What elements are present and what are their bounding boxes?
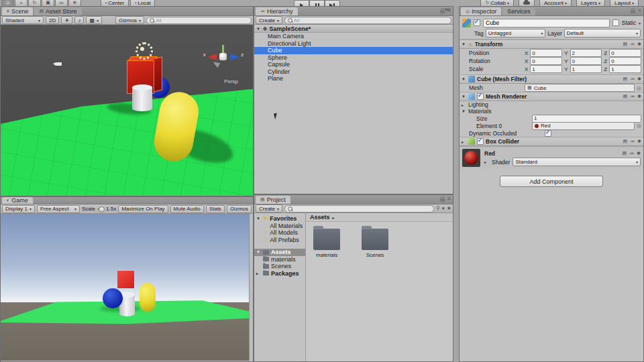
reference-icon[interactable]: ▤ bbox=[623, 42, 628, 47]
scale-slider-knob[interactable] bbox=[99, 206, 105, 213]
gameobject-icon[interactable] bbox=[462, 19, 471, 27]
gear-icon[interactable]: ✱ bbox=[637, 139, 641, 144]
presets-icon[interactable]: ≔ bbox=[630, 76, 635, 82]
reference-icon[interactable]: ▤ bbox=[623, 139, 628, 144]
scene-search-input[interactable]: All bbox=[146, 17, 252, 24]
hierarchy-item-capsule[interactable]: Capsule bbox=[254, 61, 453, 68]
breadcrumb[interactable]: Assets▸ bbox=[306, 213, 453, 222]
lighting-toggle-button[interactable]: ☀ bbox=[61, 16, 72, 24]
scene-menu-icon[interactable]: ▾≡ bbox=[445, 7, 451, 13]
mesh-renderer-header[interactable]: ▼ Mesh Renderer ▤≔✱ bbox=[460, 92, 643, 101]
materials-size-field[interactable] bbox=[532, 115, 641, 123]
panel-menu-icon[interactable]: ≡ bbox=[447, 196, 451, 202]
scale-x-field[interactable] bbox=[530, 65, 562, 73]
favorite-all-materials[interactable]: ☆All Materials bbox=[254, 223, 305, 230]
dynamic-occluded-checkbox[interactable] bbox=[545, 130, 551, 137]
display-dropdown[interactable]: Display 1▾ bbox=[2, 205, 35, 213]
audio-toggle-button[interactable]: ♪ bbox=[74, 16, 84, 24]
presets-icon[interactable]: ≔ bbox=[630, 42, 635, 47]
orientation-gizmo[interactable]: x z bbox=[206, 44, 241, 73]
tab-asset-store[interactable]: ▤Asset Store bbox=[34, 7, 81, 15]
scene-root-row[interactable]: ▼ ◈ SampleScene* ▾≡ bbox=[254, 25, 453, 33]
game-gizmos-button[interactable]: Gizmos bbox=[227, 205, 252, 213]
layer-dropdown[interactable]: Default▾ bbox=[564, 29, 641, 38]
aspect-dropdown[interactable]: Free Aspect▾ bbox=[37, 205, 80, 213]
reference-icon[interactable]: ▤ bbox=[623, 94, 628, 99]
box-collider-header[interactable]: ▸ Box Collider ▤≔✱ bbox=[460, 137, 643, 146]
static-checkbox[interactable] bbox=[612, 19, 619, 26]
stats-button[interactable]: Stats bbox=[206, 205, 225, 213]
mesh-filter-header[interactable]: ▼ Cube (Mesh Filter) ▤≔✱ bbox=[460, 74, 643, 84]
lighting-foldout[interactable]: ▸Lighting bbox=[460, 101, 643, 108]
packages-root[interactable]: ▸Packages bbox=[254, 270, 305, 278]
presets-icon[interactable]: ≔ bbox=[630, 139, 635, 144]
foldout-icon[interactable]: ▼ bbox=[462, 77, 466, 81]
gear-icon[interactable]: ✱ bbox=[637, 76, 641, 82]
hierarchy-item-main-camera[interactable]: Main Camera bbox=[254, 33, 453, 40]
gizmos-dropdown[interactable]: Gizmos▾ bbox=[115, 16, 144, 24]
tree-folder-scenes[interactable]: Scenes bbox=[254, 263, 305, 270]
search-save-icon[interactable]: ★ bbox=[447, 206, 451, 211]
search-by-type-icon[interactable]: ⚲ bbox=[436, 206, 440, 211]
foldout-icon[interactable]: ▼ bbox=[256, 27, 261, 31]
hierarchy-item-cube[interactable]: Cube bbox=[254, 47, 453, 54]
material-preview-sphere[interactable] bbox=[462, 149, 480, 167]
asset-folder-scenes[interactable]: Scenes bbox=[360, 229, 390, 258]
effects-dropdown[interactable]: ▦▾ bbox=[86, 16, 102, 24]
projection-mode-label[interactable]: ◂ Persp bbox=[221, 78, 238, 84]
gear-icon[interactable]: ✱ bbox=[637, 94, 641, 99]
foldout-icon[interactable]: ▸ bbox=[256, 271, 261, 276]
add-component-button[interactable]: Add Component bbox=[500, 176, 603, 187]
scene-viewport[interactable]: x z ◂ Persp bbox=[1, 25, 253, 196]
draw-mode-dropdown[interactable]: Shaded▾ bbox=[2, 16, 44, 24]
tab-project[interactable]: ▤Project bbox=[256, 196, 290, 204]
mesh-object-field[interactable]: ▦Cube bbox=[525, 84, 635, 92]
tab-hierarchy[interactable]: ≔Hierarchy bbox=[256, 7, 298, 15]
foldout-icon[interactable]: ▼ bbox=[462, 42, 466, 46]
reference-icon[interactable]: ▤ bbox=[623, 151, 627, 156]
object-picker-icon[interactable]: ◎ bbox=[637, 123, 641, 129]
gameobject-name-input[interactable] bbox=[483, 19, 610, 27]
tab-scene[interactable]: #Scene bbox=[2, 7, 33, 15]
rotation-z-field[interactable] bbox=[609, 57, 641, 65]
reference-icon[interactable]: ▤ bbox=[623, 76, 628, 82]
x-axis-cone[interactable] bbox=[207, 54, 217, 60]
position-y-field[interactable] bbox=[570, 49, 602, 57]
project-search-input[interactable] bbox=[284, 205, 434, 213]
search-by-label-icon[interactable]: ♦ bbox=[442, 206, 445, 211]
2d-toggle-button[interactable]: 2D bbox=[46, 16, 59, 24]
hierarchy-search-input[interactable]: All bbox=[284, 17, 451, 24]
object-picker-icon[interactable]: ◎ bbox=[637, 85, 641, 91]
lock-icon[interactable] bbox=[631, 10, 635, 13]
presets-icon[interactable]: ≔ bbox=[629, 151, 634, 156]
favorite-all-models[interactable]: ☆All Models bbox=[254, 229, 305, 237]
tag-dropdown[interactable]: Untagged▾ bbox=[486, 29, 546, 38]
hierarchy-item-sphere[interactable]: Sphere bbox=[254, 54, 453, 62]
tab-inspector[interactable]: ◎Inspector bbox=[461, 7, 501, 15]
asset-folder-materials[interactable]: materials bbox=[311, 229, 342, 258]
static-dropdown-icon[interactable]: ▾ bbox=[639, 21, 641, 25]
rotation-y-field[interactable] bbox=[570, 57, 602, 65]
foldout-icon[interactable]: ▼ bbox=[462, 95, 466, 99]
gear-icon[interactable]: ✱ bbox=[637, 151, 641, 156]
maximize-on-play-button[interactable]: Maximize On Play bbox=[118, 205, 168, 213]
foldout-icon[interactable]: ▼ bbox=[256, 250, 261, 254]
cylinder-object[interactable] bbox=[132, 87, 152, 111]
tab-game[interactable]: ◐Game bbox=[2, 197, 33, 204]
scale-slider[interactable] bbox=[97, 208, 104, 210]
panel-menu-icon[interactable]: ≡ bbox=[638, 8, 641, 13]
presets-icon[interactable]: ≔ bbox=[630, 94, 635, 99]
hierarchy-item-directional-light[interactable]: Directional Light bbox=[254, 40, 453, 48]
gear-icon[interactable]: ✱ bbox=[637, 42, 641, 47]
scale-z-field[interactable] bbox=[609, 65, 641, 73]
tab-services[interactable]: Services bbox=[502, 7, 535, 15]
directional-light-gizmo[interactable] bbox=[136, 42, 153, 60]
position-x-field[interactable] bbox=[530, 49, 562, 57]
materials-foldout[interactable]: ▼Materials bbox=[460, 108, 643, 115]
rotation-x-field[interactable] bbox=[530, 57, 562, 65]
favorite-all-prefabs[interactable]: ☆All Prefabs bbox=[254, 237, 305, 244]
lock-icon[interactable] bbox=[440, 198, 445, 202]
transform-component-header[interactable]: ▼ ⊹ Transform ▤≔✱ bbox=[460, 40, 643, 49]
hierarchy-item-cylinder[interactable]: Cylinder bbox=[254, 68, 453, 76]
position-z-field[interactable] bbox=[609, 49, 641, 57]
